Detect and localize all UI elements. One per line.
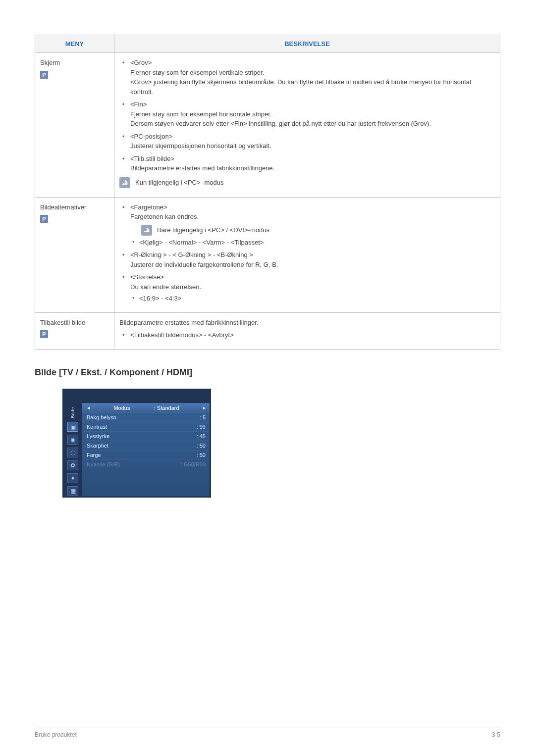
- item-line: Justerer de individuelle fargekontrollen…: [130, 260, 495, 270]
- osd-row: Kontrast : 99: [82, 422, 210, 431]
- note-icon: [141, 225, 152, 236]
- setup-icon: ✿: [67, 460, 78, 470]
- osd-label: Bakg.belysn.: [87, 414, 118, 420]
- osd-label: Skarphet: [87, 443, 108, 449]
- chevron-left-icon: ◂: [87, 405, 90, 410]
- item-line: <Grov> justering kan flytte skjermens bi…: [130, 77, 495, 97]
- table-row: Bildealternativer P <Fargetone> Fargeton…: [35, 197, 500, 312]
- desc-list: <Fargetone> Fargetonen kan endres. Bare …: [119, 202, 495, 303]
- osd-value: : 50: [197, 443, 206, 449]
- table-row: Tilbakestill bilde P Bildeparametre erst…: [35, 312, 500, 349]
- item-title: <Tilb.still bilde>: [130, 154, 495, 164]
- input-icon: ✦: [67, 473, 78, 483]
- osd-value: : 5: [200, 414, 206, 420]
- osd-sidebar: Bilde ▣ ◉ ◌ ✿ ✦ ▦: [64, 403, 82, 497]
- sub-item: <Kjølig> - <Normal> - <Varm> - <Tilpasse…: [130, 238, 495, 248]
- intro-line: Bildeparametre erstattes med fabrikkinns…: [119, 318, 495, 328]
- item-title: <PC-posisjon>: [130, 132, 495, 142]
- menu-label: Skjerm: [40, 58, 109, 68]
- osd-row: Skarphet : 50: [82, 441, 210, 450]
- section-heading: Bilde [TV / Ekst. / Komponent / HDMI]: [35, 367, 500, 378]
- chevron-right-icon: ▸: [203, 405, 206, 410]
- p-badge-icon: P: [40, 215, 48, 223]
- note-row: Bare tilgjengelig i <PC> / <DVI>-modus: [141, 225, 495, 236]
- osd-label: Kontrast: [87, 424, 107, 430]
- picture-icon: ▣: [67, 422, 78, 432]
- item-line: <Tilbakestill bildemodus> - <Avbryt>: [119, 330, 495, 340]
- note-text: Bare tilgjengelig i <PC> / <DVI>-modus: [157, 225, 269, 235]
- item-title: <R-Økning > - < G-Økning > - <B-Økning >: [130, 250, 495, 260]
- osd-value: : 50: [197, 452, 206, 458]
- note-text: Kun tilgjengelig i <PC> -modus: [135, 178, 224, 188]
- osd-preview: Bilde ▣ ◉ ◌ ✿ ✦ ▦ ◂ Modus : Standard ▸ B…: [62, 389, 211, 498]
- osd-value: : G50/R50: [181, 461, 206, 467]
- osd-value: : 99: [197, 424, 206, 430]
- osd-label: Modus: [113, 405, 130, 411]
- item-line: Fjerner støy som for eksempel horisontal…: [130, 109, 495, 119]
- osd-row: Farge : 50: [82, 450, 210, 459]
- osd-label: Farge: [87, 452, 101, 458]
- item-line: Du kan endre størrelsen.: [130, 282, 495, 292]
- osd-row-selected: ◂ Modus : Standard ▸: [82, 403, 210, 412]
- item-line: Fjerner støy som for eksempel vertikale …: [130, 68, 495, 78]
- spec-table: MENY BESKRIVELSE Skjerm P <Grov> Fjerner…: [35, 35, 500, 350]
- osd-content: ◂ Modus : Standard ▸ Bakg.belysn. : 5 Ko…: [82, 403, 210, 497]
- menu-label: Tilbakestill bilde: [40, 318, 109, 328]
- sound-icon: ◉: [67, 435, 78, 445]
- support-icon: ▦: [67, 486, 78, 496]
- osd-label: Nyanse (G/R): [87, 461, 120, 467]
- th-desc: BESKRIVELSE: [114, 35, 500, 53]
- p-badge-icon: P: [40, 330, 48, 338]
- th-menu: MENY: [35, 35, 114, 53]
- osd-value: : 45: [197, 433, 206, 439]
- channel-icon: ◌: [67, 448, 78, 457]
- osd-label: Lysstyrke: [87, 433, 109, 439]
- osd-row: Lysstyrke : 45: [82, 431, 210, 441]
- item-title: <Størrelse>: [130, 272, 495, 282]
- p-badge-icon: P: [40, 71, 48, 79]
- desc-list: <Grov> Fjerner støy som for eksempel ver…: [119, 58, 495, 173]
- item-line: Dersom støyen vedvarer selv etter <Fin> …: [130, 119, 495, 129]
- table-row: Skjerm P <Grov> Fjerner støy som for eks…: [35, 53, 500, 198]
- osd-row-disabled: Nyanse (G/R) : G50/R50: [82, 459, 210, 469]
- menu-label: Bildealternativer: [40, 202, 109, 212]
- item-line: Bildeparametre erstattes med fabrikkinns…: [130, 163, 495, 173]
- osd-value: : Standard: [154, 405, 179, 411]
- sub-item: <16:9> - <4:3>: [130, 294, 495, 303]
- item-title: <Fargetone>: [130, 202, 495, 212]
- item-line: Fargetonen kan endres.: [130, 212, 495, 222]
- osd-side-label: Bilde: [70, 407, 75, 418]
- item-line: Justerer skjermposisjonen horisontalt og…: [130, 141, 495, 151]
- note-icon: [119, 177, 130, 188]
- osd-row: Bakg.belysn. : 5: [82, 412, 210, 422]
- note-row: Kun tilgjengelig i <PC> -modus: [119, 177, 495, 188]
- item-title: <Fin>: [130, 100, 495, 109]
- item-title: <Grov>: [130, 58, 495, 68]
